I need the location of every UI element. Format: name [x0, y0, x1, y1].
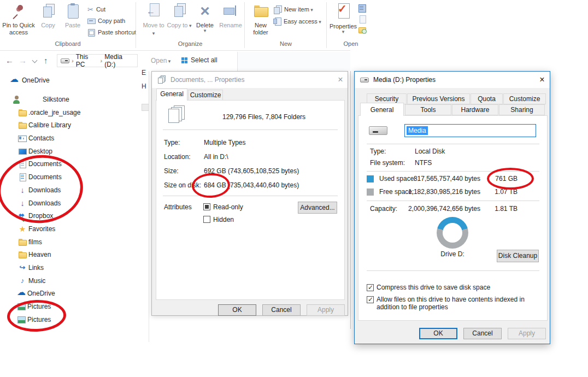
pin-to-quick-access-button[interactable]: Pin to Quick access [2, 2, 35, 39]
advanced-button[interactable]: Advanced... [298, 202, 337, 214]
delete-button[interactable]: Delete [192, 2, 217, 39]
dialog-tab[interactable]: Quota [471, 93, 503, 104]
back-arrow-icon[interactable]: ← [5, 56, 14, 65]
dialog-tab[interactable]: Customize [188, 90, 223, 101]
dialog-titlebar[interactable]: Documents, ... Properties × [152, 72, 348, 88]
disk-cleanup-button[interactable]: Disk Cleanup [497, 250, 539, 262]
rename-button[interactable]: Rename [217, 2, 244, 39]
property-row: Size:692 GB (743,605,108,525 bytes) [164, 164, 340, 178]
hidden-checkbox[interactable] [203, 216, 210, 223]
up-arrow-icon[interactable]: ↑ [44, 56, 48, 65]
files-folders-count: 129,796 Files, 7,804 Folders [196, 113, 332, 121]
property-label: Size: [164, 164, 204, 178]
used-space-swatch [367, 175, 374, 182]
rename-label: Rename [219, 22, 242, 28]
property-label: Type: [164, 136, 204, 150]
new-item-button[interactable]: New item [273, 4, 313, 14]
pane-separator[interactable] [149, 71, 149, 342]
property-row: Location:All in D:\ [164, 150, 340, 164]
sidebar-item[interactable]: Heaven [0, 248, 148, 261]
dialog-tab[interactable]: Hardware [452, 104, 498, 115]
drive-name-input[interactable]: Media [404, 124, 536, 137]
sidebar-item[interactable]: Links [0, 261, 148, 274]
open-panel-button[interactable] [358, 3, 366, 13]
capacity-size: 1.81 TB [486, 205, 518, 213]
ribbon: Pin to Quick access Copy Paste Cut Copy … [0, 0, 372, 50]
type-value: Local Disk [415, 148, 445, 155]
filesystem-label: File system: [370, 159, 405, 167]
sidebar-item[interactable]: .oracle_jre_usage [0, 106, 148, 119]
property-row: Size on disk:684 GB (735,043,440,640 byt… [164, 178, 340, 192]
group-separator [326, 2, 327, 48]
move-to-button[interactable]: Move to [141, 2, 166, 39]
capacity-label: Capacity: [370, 205, 397, 213]
folder-icon [18, 238, 27, 246]
cancel-button[interactable]: Cancel [463, 328, 502, 339]
hard-drive-icon [369, 126, 387, 135]
sidebar-item[interactable]: OneDrive [0, 74, 148, 87]
free-space-bytes: 1,182,830,985,216 bytes [397, 188, 480, 196]
close-icon[interactable]: × [537, 74, 547, 85]
paste-shortcut-button[interactable]: Paste shortcut [87, 27, 136, 37]
separator [367, 144, 539, 144]
copy-path-label: Copy path [98, 17, 125, 24]
paste-shortcut-icon [87, 28, 95, 36]
dialog-tab[interactable]: Sharing [499, 104, 545, 115]
window-edge-line [350, 71, 351, 329]
new-folder-button[interactable]: New folder [247, 2, 274, 39]
index-contents-checkbox[interactable] [367, 296, 374, 303]
new-item-label: New item [284, 6, 313, 13]
apply-button: Apply [307, 304, 345, 316]
paste-button[interactable]: Paste [60, 2, 85, 39]
dialog-tab[interactable]: General [156, 89, 187, 101]
cut-button[interactable]: Cut [87, 4, 105, 14]
breadcrumb-this-pc[interactable]: This PC [76, 53, 98, 68]
selected-text: Media [407, 126, 428, 135]
free-space-swatch [367, 188, 374, 196]
files-stack-icon [168, 105, 187, 124]
move-to-label: Move to [143, 22, 164, 36]
close-icon[interactable]: × [336, 74, 345, 85]
drive-icon [360, 78, 369, 83]
easy-access-button[interactable]: Easy access [273, 16, 321, 26]
sidebar-item[interactable]: Music [0, 274, 148, 287]
capacity-donut [437, 217, 468, 249]
breadcrumb[interactable]: › This PC › Media (D:) [57, 54, 138, 67]
ok-button[interactable]: OK [218, 304, 256, 316]
sidebar-item[interactable]: Silkstone [0, 93, 148, 106]
recent-locations-chevron-icon[interactable] [32, 58, 38, 63]
compress-drive-checkbox[interactable] [367, 284, 374, 291]
drive-chart-label: Drive D: [420, 250, 485, 258]
copy-to-label: Copy to [167, 22, 192, 28]
copy-button[interactable]: Copy [36, 2, 60, 39]
cloud-icon [17, 289, 26, 298]
dialog-tab[interactable]: Previous Versions [407, 93, 470, 104]
sidebar-item[interactable]: films [0, 235, 148, 249]
ok-button[interactable]: OK [419, 328, 457, 339]
edit-button[interactable] [359, 14, 366, 24]
paste-label: Paste [65, 22, 80, 28]
copy-path-button[interactable]: Copy path [87, 16, 125, 26]
breadcrumb-separator: › [101, 57, 103, 64]
properties-button[interactable]: Properties [329, 2, 357, 39]
dialog-tab[interactable]: Customize [503, 93, 546, 104]
copy-path-icon [87, 17, 95, 24]
sidebar-item[interactable]: Desktop [0, 145, 148, 158]
multiple-files-icon [158, 75, 167, 84]
sidebar-item[interactable]: Favorites [0, 222, 148, 235]
breadcrumb-media-drive[interactable]: Media (D:) [104, 53, 134, 68]
hidden-label: Hidden [213, 216, 234, 223]
sidebar-item[interactable]: OneDrive [0, 287, 148, 301]
dialog-tab[interactable]: Tools [405, 104, 451, 115]
copy-to-button[interactable]: Copy to [167, 2, 192, 39]
sidebar-item[interactable]: Contacts [0, 132, 148, 145]
dialog-tab[interactable]: General [360, 103, 404, 116]
new-group-label: New [245, 40, 327, 47]
cancel-button[interactable]: Cancel [262, 304, 301, 316]
history-button[interactable] [358, 25, 367, 35]
select-all-button[interactable]: Select all [181, 56, 217, 64]
sidebar-item[interactable]: Calibre Library [0, 119, 148, 132]
readonly-checkbox[interactable] [203, 203, 210, 210]
breadcrumb-separator: › [72, 57, 74, 64]
dialog-titlebar[interactable]: Media (D:) Properties × [355, 72, 550, 88]
